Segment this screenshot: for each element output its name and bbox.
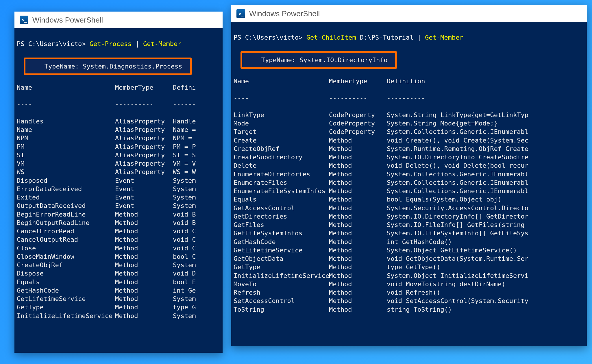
cell-membertype: AliasProperty bbox=[115, 134, 173, 142]
cell-name: Target bbox=[234, 128, 329, 136]
table-row: NameAliasPropertyName = bbox=[17, 125, 220, 134]
header-definition: Definition bbox=[387, 77, 584, 85]
table-row: GetLifetimeServiceMethodSystem bbox=[17, 295, 220, 303]
table-row: CreateObjRefMethodSystem bbox=[17, 261, 220, 269]
typename-highlight-left: TypeName: System.Diagnostics.Process bbox=[24, 58, 192, 75]
cell-membertype: Method bbox=[115, 295, 173, 303]
cell-name: CreateSubdirectory bbox=[234, 153, 329, 161]
cell-name: Exited bbox=[17, 193, 115, 202]
member-rows-right: LinkTypeCodePropertySystem.String LinkTy… bbox=[234, 111, 584, 314]
cell-definition: string ToString() bbox=[387, 305, 584, 314]
table-row: ErrorDataReceivedEventSystem bbox=[17, 185, 220, 193]
cell-membertype: Method bbox=[329, 187, 387, 195]
cell-definition: System.String LinkType{get=GetLinkTyp bbox=[387, 111, 584, 119]
cell-definition: type GetType() bbox=[387, 263, 584, 271]
cell-name: Refresh bbox=[234, 288, 329, 297]
prompt: PS C:\Users\victo> bbox=[17, 40, 86, 47]
member-rows-left: HandlesAliasPropertyHandleNameAliasPrope… bbox=[17, 117, 220, 320]
cmdlet-get-process: Get-Process bbox=[90, 40, 132, 47]
table-row: CloseMainWindowMethodbool C bbox=[17, 252, 220, 261]
cell-definition: void B bbox=[173, 219, 220, 227]
cell-definition: System.Collections.Generic.IEnumerabl bbox=[387, 170, 584, 178]
table-row: CreateMethodvoid Create(), void Create(S… bbox=[234, 136, 584, 145]
cell-name: CancelOutputRead bbox=[17, 235, 115, 244]
cell-name: CloseMainWindow bbox=[17, 252, 115, 261]
table-row: HandlesAliasPropertyHandle bbox=[17, 117, 220, 125]
cell-definition: System.IO.FileSystemInfo[] GetFileSys bbox=[387, 229, 584, 237]
table-row: EqualsMethodbool E bbox=[17, 278, 220, 286]
table-row: MoveToMethodvoid MoveTo(string destDirNa… bbox=[234, 280, 584, 288]
cell-definition: System.Object GetLifetimeService() bbox=[387, 246, 584, 254]
cell-definition: System.Collections.Generic.IEnumerabl bbox=[387, 178, 584, 187]
cell-membertype: Method bbox=[115, 303, 173, 311]
cell-name: Equals bbox=[234, 195, 329, 204]
cell-membertype: AliasProperty bbox=[115, 125, 173, 134]
cell-membertype: Method bbox=[329, 161, 387, 170]
cell-membertype: Event bbox=[115, 202, 173, 210]
cell-membertype: Event bbox=[115, 193, 173, 202]
table-row: GetLifetimeServiceMethodSystem.Object Ge… bbox=[234, 246, 584, 254]
table-row: OutputDataReceivedEventSystem bbox=[17, 202, 220, 210]
cell-membertype: Method bbox=[329, 145, 387, 153]
cell-name: ToString bbox=[234, 305, 329, 314]
cell-name: GetObjectData bbox=[234, 254, 329, 263]
path-argument: D:\PS-Tutorial bbox=[360, 34, 413, 41]
column-headers: NameMemberTypeDefinition bbox=[234, 77, 584, 85]
table-row: EnumerateFilesMethodSystem.Collections.G… bbox=[234, 178, 584, 187]
cell-name: GetType bbox=[17, 303, 115, 311]
cell-name: NPM bbox=[17, 134, 115, 142]
cell-membertype: AliasProperty bbox=[115, 159, 173, 168]
cell-name: Dispose bbox=[17, 269, 115, 278]
cell-definition: type G bbox=[173, 303, 220, 311]
table-row: DisposeMethodvoid D bbox=[17, 269, 220, 278]
powershell-window-right[interactable]: Windows PowerShell PS C:\Users\victo> Ge… bbox=[231, 5, 587, 346]
cell-name: OutputDataReceived bbox=[17, 202, 115, 210]
table-row: GetObjectDataMethodvoid GetObjectData(Sy… bbox=[234, 254, 584, 263]
cell-name: Delete bbox=[234, 161, 329, 170]
cell-name: EnumerateFiles bbox=[234, 178, 329, 187]
cell-definition: void C bbox=[173, 235, 220, 244]
table-row: LinkTypeCodePropertySystem.String LinkTy… bbox=[234, 111, 584, 119]
terminal-right[interactable]: PS C:\Users\victo> Get-ChildItem D:\PS-T… bbox=[231, 22, 587, 346]
cell-membertype: CodeProperty bbox=[329, 119, 387, 128]
titlebar-right[interactable]: Windows PowerShell bbox=[231, 5, 587, 22]
cell-definition: Handle bbox=[173, 117, 220, 125]
table-row: GetHashCodeMethodint Ge bbox=[17, 286, 220, 295]
cell-definition: void Delete(), void Delete(bool recur bbox=[387, 161, 584, 170]
cell-name: InitializeLifetimeService bbox=[17, 312, 115, 320]
cell-name: GetFileSystemInfos bbox=[234, 229, 329, 237]
table-row: GetFilesMethodSystem.IO.FileInfo[] GetFi… bbox=[234, 221, 584, 229]
column-headers: NameMemberTypeDefini bbox=[17, 83, 220, 92]
table-row: InitializeLifetimeServiceMethodSystem bbox=[17, 312, 220, 320]
cell-membertype: Event bbox=[115, 176, 173, 185]
cell-name: SetAccessControl bbox=[234, 297, 329, 305]
cell-definition: System bbox=[173, 261, 220, 269]
pipe-operator: | bbox=[417, 34, 421, 41]
cell-membertype: Method bbox=[329, 170, 387, 178]
cell-membertype: Method bbox=[329, 263, 387, 271]
cell-definition: System bbox=[173, 185, 220, 193]
cell-membertype: Method bbox=[329, 254, 387, 263]
powershell-window-left[interactable]: Windows PowerShell PS C:\Users\victo> Ge… bbox=[14, 12, 223, 353]
cell-definition: void MoveTo(string destDirName) bbox=[387, 280, 584, 288]
cell-name: Handles bbox=[17, 117, 115, 125]
cell-name: EnumerateDirectories bbox=[234, 170, 329, 178]
cell-name: WS bbox=[17, 168, 115, 176]
cell-name: BeginErrorReadLine bbox=[17, 210, 115, 219]
cell-membertype: Method bbox=[115, 261, 173, 269]
pipe-operator: | bbox=[136, 40, 139, 47]
cell-name: Close bbox=[17, 244, 115, 252]
cell-membertype: Method bbox=[329, 288, 387, 297]
cell-membertype: Method bbox=[329, 212, 387, 221]
cell-membertype: Method bbox=[115, 210, 173, 219]
cell-definition: System.Collections.Generic.IEnumerabl bbox=[387, 187, 584, 195]
cell-name: GetFiles bbox=[234, 221, 329, 229]
cell-definition: System bbox=[173, 176, 220, 185]
cell-definition: bool E bbox=[173, 278, 220, 286]
terminal-left[interactable]: PS C:\Users\victo> Get-Process | Get-Mem… bbox=[14, 28, 223, 353]
header-membertype: MemberType bbox=[115, 83, 173, 92]
titlebar-left[interactable]: Windows PowerShell bbox=[14, 12, 223, 28]
cell-membertype: Method bbox=[329, 238, 387, 246]
cell-membertype: AliasProperty bbox=[115, 151, 173, 159]
cell-name: GetHashCode bbox=[17, 286, 115, 295]
